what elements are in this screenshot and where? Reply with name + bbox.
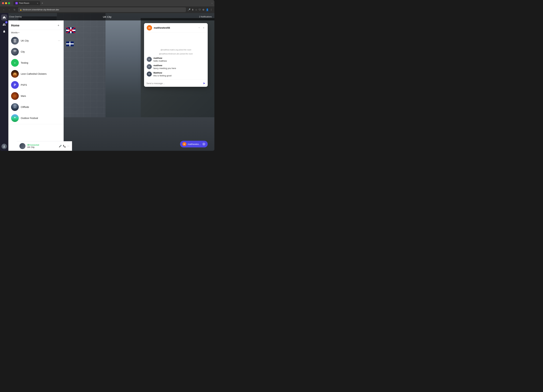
world-item-testing[interactable]: e Testing bbox=[8, 57, 63, 68]
notification-bar[interactable]: m matthewtes… × bbox=[180, 141, 208, 148]
close-overlay-label[interactable]: Close Overlay bbox=[9, 16, 22, 18]
worlds-section-header[interactable]: Worlds ▾ bbox=[8, 30, 63, 35]
world-item-leon[interactable]: Leon Cathedral Cloisters bbox=[8, 68, 63, 80]
scene-title: UK City bbox=[103, 15, 112, 18]
message-avatar-3: M bbox=[147, 72, 152, 77]
reload-button[interactable]: ↻ bbox=[13, 8, 17, 11]
message-content-2: matthew fancy meeting you here bbox=[153, 64, 176, 69]
world-avatar-outdoor bbox=[11, 114, 19, 122]
menu-icon[interactable]: ⋮ bbox=[210, 8, 212, 11]
extensions-icon[interactable]: ⚙ bbox=[202, 8, 204, 11]
microphone-icon[interactable]: 🎤 bbox=[188, 8, 190, 11]
status-world-avatar bbox=[19, 143, 25, 149]
svg-point-1 bbox=[14, 117, 15, 118]
world-name-outdoor: Outdoor Festival bbox=[21, 117, 61, 119]
sidebar-people-button[interactable]: 2 bbox=[1, 22, 7, 28]
sidebar-notifications-button[interactable] bbox=[1, 28, 7, 34]
uk-flag-1 bbox=[66, 27, 75, 33]
mic-button[interactable]: 🎤 bbox=[59, 145, 62, 148]
message-content-3: Matthew this is feeling good bbox=[153, 72, 171, 77]
world-item-outdoor[interactable]: Outdoor Festival bbox=[8, 113, 63, 124]
world-item-city[interactable]: City bbox=[8, 46, 63, 57]
tab-title: Third Room bbox=[19, 2, 29, 4]
people-badge: 2 bbox=[5, 21, 7, 23]
world-item-cliffside[interactable]: Cliffside bbox=[8, 102, 63, 113]
chat-message-3: M Matthew this is feeling good bbox=[147, 72, 205, 77]
element-icon: e bbox=[12, 61, 17, 65]
tab-bar: T Third Room ✕ + bbox=[13, 1, 210, 5]
notification-label: matthewtes… bbox=[188, 143, 201, 145]
status-more-button[interactable]: ··· bbox=[67, 145, 69, 148]
world-name-mars: Mars bbox=[21, 95, 61, 97]
star-icon[interactable]: ☆ bbox=[195, 8, 197, 11]
panel-header: Home + bbox=[8, 20, 63, 30]
notification-close-button[interactable]: × bbox=[202, 142, 205, 146]
worlds-label: Worlds bbox=[11, 31, 18, 34]
world-avatar-leon bbox=[11, 70, 19, 78]
message-avatar-2: m bbox=[147, 64, 152, 69]
world-name-psfs: PSFS bbox=[21, 84, 61, 86]
chat-close-button[interactable]: × bbox=[202, 26, 205, 30]
status-info: Connected UK City bbox=[27, 144, 57, 148]
chat-user-avatar: m bbox=[147, 25, 152, 30]
url-bar[interactable]: 🔒 thirdroom.io/world/#uk-city:thirdroom.… bbox=[18, 7, 186, 12]
traffic-lights bbox=[2, 2, 10, 4]
message-author-3: Matthew bbox=[153, 72, 171, 74]
message-input[interactable] bbox=[146, 82, 202, 85]
back-button[interactable]: ← bbox=[2, 8, 6, 11]
browser-window: T Third Room ✕ + › ← → ↻ 🔒 thirdroom.io/… bbox=[0, 0, 214, 151]
world-name-ukcity: UK City bbox=[21, 39, 55, 42]
sidebar-home-button[interactable] bbox=[1, 14, 7, 20]
world-avatar-ukcity bbox=[11, 37, 19, 45]
people-icon bbox=[2, 23, 6, 26]
world-avatar-cliffside bbox=[11, 103, 19, 111]
message-content-1: matthew hello matthew bbox=[153, 57, 167, 62]
tab-favicon: T bbox=[15, 2, 18, 4]
new-tab-button[interactable]: + bbox=[41, 2, 43, 5]
shield-icon[interactable]: 🛡 bbox=[199, 8, 201, 11]
world-avatar-city bbox=[11, 48, 19, 56]
system-message-2: @matthew:thirdroom.dev joined the room bbox=[147, 53, 205, 55]
world-name-leon: Leon Cathedral Cloisters bbox=[21, 73, 61, 75]
sidebar: 2 bbox=[0, 13, 8, 151]
message-text-3: this is feeling good bbox=[153, 74, 171, 77]
message-text-1: hello matthew bbox=[153, 60, 167, 62]
worlds-dropdown-icon: ▾ bbox=[18, 32, 19, 34]
notifications-count[interactable]: 2 Notifications bbox=[199, 16, 212, 18]
browser-content: LBS ESC Close Overlay UK City 2 Notifica… bbox=[0, 13, 214, 151]
chat-username: matthewtest56 bbox=[154, 27, 196, 29]
svg-point-0 bbox=[13, 95, 17, 97]
tab-close-button[interactable]: ✕ bbox=[37, 2, 38, 4]
chat-message-1: m matthew hello matthew bbox=[147, 57, 205, 62]
hangup-button[interactable]: 📞 bbox=[63, 145, 66, 148]
connection-status: Connected bbox=[27, 144, 57, 146]
status-world-name: UK City bbox=[27, 146, 57, 148]
fullscreen-window-button[interactable] bbox=[8, 2, 10, 4]
close-window-button[interactable] bbox=[2, 2, 4, 4]
message-text-2: fancy meeting you here bbox=[153, 67, 176, 69]
message-author-2: matthew bbox=[153, 64, 176, 67]
chat-minimize-button[interactable]: − bbox=[198, 26, 200, 30]
active-tab[interactable]: T Third Room ✕ bbox=[13, 1, 40, 5]
message-avatar-1: m bbox=[147, 57, 152, 62]
send-message-button[interactable]: ➤ bbox=[203, 81, 205, 85]
sidebar-user-avatar[interactable] bbox=[1, 144, 7, 149]
profile-icon[interactable]: 👤 bbox=[206, 8, 209, 11]
world-item-psfs[interactable]: P PSFS bbox=[8, 80, 63, 91]
world-name-cliffside: Cliffside bbox=[21, 106, 61, 108]
address-bar: ← → ↻ 🔒 thirdroom.io/world/#uk-city:thir… bbox=[0, 6, 214, 13]
uk-flag-2 bbox=[66, 41, 74, 46]
world-name-city: City bbox=[21, 51, 61, 53]
forward-button[interactable]: → bbox=[7, 8, 11, 11]
lock-icon: 🔒 bbox=[20, 9, 22, 11]
url-text: thirdroom.io/world/#uk-city:thirdroom.de… bbox=[23, 9, 59, 11]
minimize-window-button[interactable] bbox=[5, 2, 7, 4]
chat-header: m matthewtest56 − × bbox=[144, 23, 208, 33]
world-item-ukcity[interactable]: UK City ··· bbox=[8, 35, 63, 46]
world-avatar-mars bbox=[11, 92, 19, 100]
world-item-mars[interactable]: Mars bbox=[8, 91, 63, 102]
top-overlay-bar: ESC Close Overlay UK City 2 Notification… bbox=[0, 13, 214, 20]
world-more-ukcity[interactable]: ··· bbox=[57, 39, 61, 43]
share-icon[interactable]: ⬆ bbox=[192, 8, 194, 11]
add-world-button[interactable]: + bbox=[56, 23, 61, 28]
